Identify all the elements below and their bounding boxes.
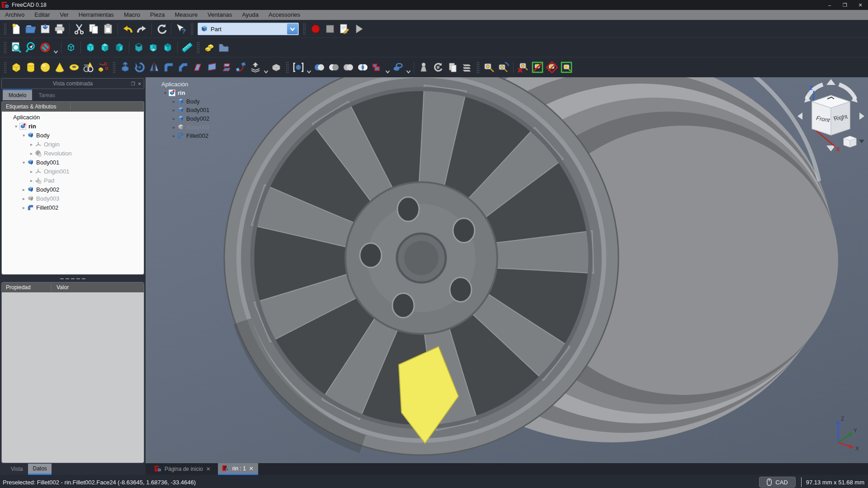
expander-icon[interactable]: ▸ xyxy=(171,125,177,130)
tree-item-body003[interactable]: ▸Body003 xyxy=(2,194,144,203)
3d-viewport[interactable]: Aplicación▾rin▸Body▸Body001▸Body002▸Body… xyxy=(146,77,868,463)
menu-archivo[interactable]: Archivo xyxy=(0,10,29,20)
fit-all-button[interactable] xyxy=(9,40,24,55)
thickness-button[interactable] xyxy=(269,60,283,75)
open-folder-button[interactable] xyxy=(24,22,38,36)
copy-button[interactable] xyxy=(86,22,101,36)
expander-icon[interactable]: ▸ xyxy=(28,151,34,156)
navigation-cube[interactable]: Z X Front Right xyxy=(797,78,865,154)
view-top-button[interactable] xyxy=(98,40,112,55)
expander-icon[interactable]: ▸ xyxy=(21,196,27,201)
redo-button[interactable] xyxy=(135,22,149,36)
measure-toggle-3d-button[interactable] xyxy=(545,60,559,75)
workbench-selector[interactable]: Part xyxy=(198,23,299,35)
tree-item-body001[interactable]: ▸Body001 xyxy=(154,106,209,114)
mirror-button[interactable] xyxy=(147,60,161,75)
expander-icon[interactable]: ▸ xyxy=(171,133,177,138)
float-panel-icon[interactable]: ❐ xyxy=(131,81,135,86)
expander-icon[interactable]: ▸ xyxy=(171,99,177,104)
refine-shape-button[interactable] xyxy=(431,60,445,75)
check-geometry-button[interactable] xyxy=(416,60,431,75)
nav-style-button[interactable]: CAD xyxy=(759,477,795,488)
bool-common-button[interactable] xyxy=(355,60,370,75)
tree-item-origin[interactable]: ▸Origin xyxy=(2,140,144,149)
bool-cut-button[interactable] xyxy=(326,60,341,75)
close-panel-icon[interactable]: ✕ xyxy=(138,81,142,86)
tree-item-body003[interactable]: ▸Body003 xyxy=(154,123,209,131)
dropdown-chevron-icon[interactable] xyxy=(306,59,312,75)
view-bottom-button[interactable] xyxy=(146,40,160,55)
expander-icon[interactable]: ▾ xyxy=(21,133,27,138)
dropdown-chevron-icon[interactable] xyxy=(263,59,269,75)
document-tab-p-gina-de-inicio[interactable]: Página de inicio✕ xyxy=(150,463,215,475)
fit-selection-button[interactable] xyxy=(24,40,38,55)
tree-item-body002[interactable]: ▸Body002 xyxy=(154,114,209,123)
record-macro-button[interactable] xyxy=(308,22,323,36)
tree-item-body002[interactable]: ▸Body002 xyxy=(2,185,144,194)
toolbar-grip[interactable] xyxy=(197,42,200,53)
expander-icon[interactable]: ▾ xyxy=(21,160,27,165)
expander-icon[interactable]: ▾ xyxy=(162,90,168,95)
edit-macro-button[interactable] xyxy=(337,22,352,36)
tree-item-revolution[interactable]: ▸Revolution xyxy=(2,149,144,158)
convert-to-solid-button[interactable] xyxy=(445,60,460,75)
cross-sections-button[interactable] xyxy=(460,60,474,75)
play-macro-button[interactable] xyxy=(352,22,366,36)
print-button[interactable] xyxy=(52,22,67,36)
stop-macro-button[interactable] xyxy=(323,22,337,36)
tree-item-body[interactable]: ▸Body xyxy=(154,97,209,106)
toolbar-grip[interactable] xyxy=(4,61,7,73)
dropdown-chevron-icon[interactable] xyxy=(405,59,411,75)
offset-button[interactable] xyxy=(248,60,263,75)
view-axonometric-button[interactable] xyxy=(64,40,78,55)
minimize-button[interactable]: – xyxy=(822,0,837,10)
rotate-cw-arrow[interactable] xyxy=(839,84,855,99)
create-group-button[interactable] xyxy=(217,40,231,55)
nav-arrow-left[interactable] xyxy=(797,113,802,120)
panel-titlebar[interactable]: Vista combinada ❐ ✕ xyxy=(1,78,144,89)
property-list-empty[interactable] xyxy=(2,292,144,463)
expander-icon[interactable]: ▸ xyxy=(171,116,177,121)
tab-close-icon[interactable]: ✕ xyxy=(206,466,211,472)
dropdown-chevron-icon[interactable] xyxy=(52,39,59,56)
cut-button[interactable] xyxy=(72,22,86,36)
whats-this-button[interactable]: ? xyxy=(174,22,188,36)
split-slice-button[interactable] xyxy=(391,60,405,75)
menu-macro[interactable]: Macro xyxy=(119,10,145,20)
loft-button[interactable] xyxy=(219,60,234,75)
menu-ventanas[interactable]: Ventanas xyxy=(203,10,237,20)
toolbar-grip[interactable] xyxy=(190,23,193,35)
new-document-button[interactable] xyxy=(9,22,24,36)
view-rear-button[interactable] xyxy=(132,40,146,55)
boolean-op-button[interactable] xyxy=(312,60,326,75)
tree-item-fillet002[interactable]: ▸Fillet002 xyxy=(154,131,209,140)
view-front-button[interactable] xyxy=(83,40,98,55)
panel-splitter[interactable] xyxy=(0,276,146,282)
prim-torus-button[interactable] xyxy=(67,60,81,75)
tree-item-body[interactable]: ▾Body xyxy=(2,131,144,140)
compound-button[interactable] xyxy=(291,60,306,75)
menu-ayuda[interactable]: Ayuda xyxy=(237,10,264,20)
toolbar-grip[interactable] xyxy=(286,61,289,73)
menu-herramientas[interactable]: Herramientas xyxy=(74,10,119,20)
prim-cone-button[interactable] xyxy=(52,60,67,75)
create-part-button[interactable] xyxy=(202,40,217,55)
close-button[interactable]: ✕ xyxy=(853,0,868,10)
measure-toggle-delta-button[interactable] xyxy=(559,60,574,75)
toolbar-grip[interactable] xyxy=(303,23,306,35)
chamfer-button[interactable] xyxy=(176,60,190,75)
nav-menu-dropdown-icon[interactable] xyxy=(859,140,864,143)
shape-builder-button[interactable] xyxy=(96,60,110,75)
expander-icon[interactable]: ▸ xyxy=(28,178,34,183)
bool-union-button[interactable] xyxy=(341,60,355,75)
tree-item-aplicación[interactable]: Aplicación xyxy=(2,113,144,122)
expander-icon[interactable]: ▾ xyxy=(13,124,19,129)
fillet-button[interactable] xyxy=(161,60,176,75)
dropdown-chevron-icon[interactable] xyxy=(384,59,391,75)
tree-item-pad[interactable]: ▸Pad xyxy=(2,176,144,185)
menu-measure[interactable]: Measure xyxy=(170,10,203,20)
paste-button[interactable] xyxy=(101,22,115,36)
toolbar-grip[interactable] xyxy=(476,61,480,73)
tree-item-body001[interactable]: ▾Body001 xyxy=(2,158,144,167)
toolbar-grip[interactable] xyxy=(113,61,116,73)
